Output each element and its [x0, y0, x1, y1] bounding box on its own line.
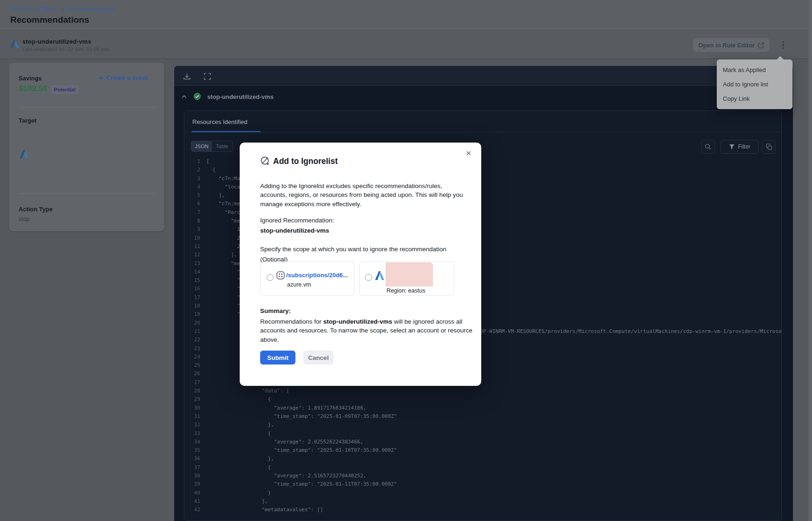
modal-close-button[interactable]: ✕	[465, 149, 471, 158]
subscription-link[interactable]: /subscriptions/20d6...	[286, 272, 348, 279]
chevron-up-icon	[181, 94, 187, 100]
modal-title: Add to Ignorelist	[273, 156, 338, 166]
page-scrollbar[interactable]	[809, 0, 812, 521]
ignore-icon	[260, 156, 270, 166]
code-line: 41 ],	[184, 497, 782, 506]
code-line: 34 "average": 2.025526224383466,	[184, 438, 782, 446]
menu-item-copy-link[interactable]: Copy Link	[717, 91, 792, 106]
add-to-ignorelist-modal: ✕ Add to Ignorelist Adding to the Ignore…	[240, 143, 481, 386]
more-actions-kebab-button[interactable]	[778, 39, 789, 51]
summary-line3: above.	[260, 336, 279, 343]
menu-item-mark-as-applied[interactable]: Mark as Applied	[717, 63, 792, 77]
code-line: 39 "time_stamp": "2025-01-11T07:35:00.00…	[184, 480, 782, 488]
tab-row: Resources Identified	[184, 111, 781, 132]
panel-toolbar	[174, 66, 793, 86]
code-line: 33 {	[184, 430, 782, 438]
action-type-value: stop	[19, 216, 30, 222]
divider	[19, 107, 155, 107]
code-line: 37 {	[184, 463, 782, 472]
resource-scope-radio[interactable]	[267, 274, 274, 281]
scope-line1: Specify the scope at which you want to i…	[260, 246, 446, 253]
toggle-table-segment[interactable]: Table	[212, 141, 232, 151]
redacted-account-name	[386, 262, 433, 287]
region-label: Region: eastus	[386, 287, 425, 294]
subscription-resource-icon	[276, 271, 285, 280]
success-check-icon	[193, 92, 201, 100]
code-line: 28 "data": [	[184, 387, 782, 395]
code-line: 29 {	[184, 395, 782, 404]
rule-name: stop-underutilized-vms	[22, 38, 92, 45]
savings-status-badge: Potential	[50, 85, 79, 94]
download-icon	[183, 72, 191, 80]
code-line: 32 },	[184, 421, 782, 429]
breadcrumb: Account: CCM-NG › Recommendations	[10, 6, 115, 13]
action-type-label: Action Type	[19, 206, 52, 213]
filter-label: Filter	[738, 143, 751, 150]
azure-account-icon	[374, 270, 385, 281]
menu-item-add-to-ignore-list[interactable]: Add to Ignore list	[717, 77, 792, 91]
summary-line1-end: will be ignored across all	[392, 318, 462, 325]
modal-intro-line2: accounts, regions, or resources from bei…	[260, 191, 463, 198]
create-ticket-label: Create a ticket	[106, 74, 148, 81]
search-icon	[705, 143, 711, 150]
fullscreen-icon	[203, 72, 211, 80]
modal-intro-line1: Adding to the Ignorelist excludes specif…	[260, 182, 442, 189]
active-tab-underline	[191, 131, 261, 132]
code-line: 38 "average": 2.5165723270440252,	[184, 472, 782, 480]
scope-card-resource[interactable]: /subscriptions/20d6... azure.vm	[260, 261, 354, 296]
code-line: 42 "metadatavalues": []	[184, 506, 782, 514]
modal-intro-line3: manage exceptions more effectively.	[260, 201, 361, 208]
summary-text: Recommendations for stop-underutilized-v…	[260, 317, 472, 344]
resource-type-label: azure.vm	[287, 281, 311, 288]
open-in-rule-editor-button[interactable]: Open in Rule Editor	[693, 38, 769, 52]
plus-icon	[98, 75, 104, 81]
azure-target-icon	[19, 149, 29, 160]
account-scope-radio[interactable]	[365, 274, 372, 281]
page-header: Account: CCM-NG › Recommendations Recomm…	[0, 0, 812, 29]
tab-resources-identified[interactable]: Resources Identified	[192, 118, 248, 125]
open-in-rule-editor-label: Open in Rule Editor	[698, 42, 754, 49]
copy-button[interactable]	[762, 140, 776, 154]
breadcrumb-account-link[interactable]: Account: CCM-NG	[10, 6, 59, 13]
search-button[interactable]	[701, 140, 715, 154]
summary-prefix: Recommendations for	[260, 318, 323, 325]
create-ticket-link[interactable]: Create a ticket	[98, 74, 148, 81]
page-title: Recommendations	[10, 15, 89, 25]
ignored-recommendation-value: stop-underutilized-vms	[260, 227, 329, 234]
summary-line2: accounts and resources. To narrow the sc…	[260, 327, 472, 334]
cancel-button[interactable]: Cancel	[303, 351, 334, 365]
summary-rule-name: stop-underutilized-vms	[323, 318, 393, 325]
code-line: 30 "average": 1.8917176634214186,	[184, 404, 782, 412]
rule-last-evaluated: Last evaluated on: 12 Jan, 01:05 pm	[22, 46, 109, 52]
copy-icon	[766, 143, 773, 150]
breadcrumb-separator-icon: ›	[62, 6, 64, 13]
divider	[19, 193, 155, 194]
target-label: Target	[19, 117, 37, 124]
download-button[interactable]	[183, 72, 191, 80]
view-toggle: JSON Table	[191, 141, 233, 152]
actions-dropdown-menu: Mark as Applied Add to Ignore list Copy …	[717, 59, 792, 109]
savings-label: Savings	[19, 75, 42, 82]
scope-card-account[interactable]: Region: eastus	[359, 261, 454, 296]
filter-button[interactable]: Filter	[720, 140, 759, 154]
toggle-json-segment[interactable]: JSON	[191, 141, 212, 151]
ignored-recommendation-label: Ignored Recommendation:	[260, 217, 334, 224]
code-line: 31 "time_stamp": "2025-01-09T07:35:00.00…	[184, 412, 782, 421]
code-line: 40 }	[184, 489, 782, 497]
filter-funnel-icon	[729, 144, 735, 150]
code-line: 35 "time_stamp": "2025-01-10T07:35:00.00…	[184, 446, 782, 455]
azure-icon	[9, 39, 20, 49]
fullscreen-button[interactable]	[203, 72, 211, 80]
code-line: 36 },	[184, 455, 782, 463]
submit-button[interactable]: Submit	[260, 351, 295, 365]
breadcrumb-page-link[interactable]: Recommendations	[67, 6, 115, 13]
savings-value: $102.58	[19, 84, 47, 93]
recommendation-summary-card: Savings Create a ticket $102.58 Potentia…	[9, 63, 164, 231]
rule-header: stop-underutilized-vms Last evaluated on…	[0, 29, 812, 59]
collapse-rule-chevron[interactable]	[180, 93, 188, 100]
modal-intro: Adding to the Ignorelist excludes specif…	[260, 182, 463, 208]
external-link-icon	[758, 42, 764, 48]
panel-rule-name: stop-underutilized-vms	[207, 93, 274, 100]
summary-label: Summary:	[260, 307, 291, 314]
close-icon: ✕	[465, 150, 471, 157]
